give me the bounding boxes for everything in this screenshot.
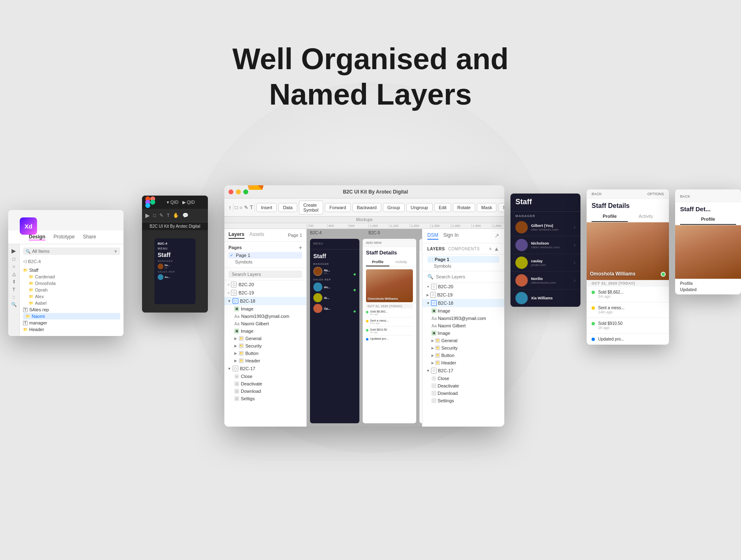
sketch-collapse-btn[interactable]: ▲ [494,245,499,252]
sketch-tool-round[interactable]: ○ [240,205,242,210]
sketch-right-close[interactable]: Close [422,375,504,382]
sketch-right-button[interactable]: ▶ 📁 Button [422,352,504,359]
sketch-right-general[interactable]: ▶ 📁 General [422,337,504,344]
figma-tool-hand[interactable]: ✋ [173,212,179,218]
sketch-btn-backward[interactable]: Backward [352,203,381,212]
xd-layer-alex[interactable]: 📁 Alex [23,293,120,300]
sketch-layers-tab-right[interactable]: LAYERS [427,247,445,251]
figma-tool-pen[interactable]: ✎ [159,212,163,218]
sketch-right-email[interactable]: Aa Naomi1993@ymail.com [422,315,504,322]
sketch-btn-insert[interactable]: Insert [256,203,277,212]
xd-layer-staff[interactable]: 📁 Staff [23,267,120,273]
figma-tool-frame[interactable]: □ [153,212,156,218]
sketch-layer-button[interactable]: ▶ 📁 Button [224,350,306,357]
sketch-add-btn[interactable]: + [489,245,492,252]
sketch-layer-b2c20[interactable]: # ⬡ B2C-20 [224,280,306,289]
sketch-tab-assets[interactable]: Assets [249,231,264,239]
sketch-right-header-item[interactable]: ▶ 📁 Header [422,359,504,366]
sketch-layer-download[interactable]: □ Download [224,387,306,395]
sketch-right-b2c20[interactable]: ▼ ⬡ B2C-20 [422,282,504,291]
b2c-detail2-back[interactable]: BACK [680,194,690,198]
sketch-tool-text[interactable]: T [250,205,253,210]
b2c-tab-profile[interactable]: Profile [592,211,628,222]
sketch-symbols-label[interactable]: Symbols [228,259,302,265]
sketch-layer-b2c19[interactable]: # ⬡ B2C-19 [224,289,306,297]
sketch-right-settings[interactable]: Settings [422,397,504,404]
sketch-right-download[interactable]: Download [422,390,504,397]
sketch-layer-security[interactable]: ▶ 📁 Security [224,342,306,350]
xd-tool-search[interactable]: 🔍 [11,302,17,307]
xd-tab-share[interactable]: Share [83,234,96,240]
xd-tool-pen[interactable]: ✎ [11,279,17,285]
sketch-btn-group[interactable]: Group [383,203,405,212]
sketch-right-security[interactable]: ▶ 📁 Security [422,344,504,352]
sketch-layer-settings[interactable]: □ Settigs [224,395,306,402]
b2c-staff-naomi[interactable]: Gilbert (You) uber ventures.com › [510,219,580,236]
sketch-btn-edit[interactable]: Edit [434,203,451,212]
b2c-detail2-profile-tab[interactable]: Profile [680,214,736,225]
xd-layer-header[interactable]: 📁 Header [23,326,120,333]
sketch-layer-general[interactable]: ▶ 📁 General [224,335,306,342]
sketch-layer-deactivate[interactable]: □ Deactivate [224,380,306,387]
xd-tab-design[interactable]: Design [29,234,45,240]
sketch-tool-pen[interactable]: ✎ [244,205,248,210]
xd-tool-text[interactable]: T [12,287,15,292]
b2c-staff-xia[interactable]: Xia Williams [510,289,580,307]
sketch-dsm-expand[interactable]: ↗ [494,232,499,240]
sketch-btn-scale[interactable]: Scale [498,203,504,212]
sketch-add-page-btn[interactable]: + [299,244,302,251]
sketch-right-b2c18[interactable]: ▼ ⬡ B2C-18 [422,299,504,307]
xd-tool-rect[interactable]: □ [12,257,15,261]
xd-layer-omoshola[interactable]: 📁 Omoshola [23,280,120,287]
sketch-right-symbols[interactable]: Symbols [427,263,499,269]
sketch-minimize-dot[interactable] [236,189,241,194]
sketch-dsm-tab[interactable]: DSM [427,232,438,240]
sketch-tab-profile[interactable]: Profile [366,258,389,266]
sketch-layer-image2[interactable]: ▣ Image [224,327,306,335]
sketch-right-page1[interactable]: 📄 Page 1 [427,256,499,263]
figma-tool-move[interactable]: ▶ [145,212,150,219]
xd-layer-cardenad[interactable]: 📁 Cardenad [23,273,120,280]
sketch-right-b2c19[interactable]: ▶ ⬡ B2C-19 [422,291,504,299]
xd-layer-salesrep[interactable]: T SAles rep [23,306,120,313]
b2c-staff-caulay[interactable]: caulay ymail.com › [510,254,580,272]
sketch-tab-activity[interactable]: Activity [389,258,413,266]
xd-tab-prototype[interactable]: Prototype [54,234,75,240]
figma-tool-text[interactable]: T [167,213,170,218]
sketch-right-deactivate[interactable]: Deactivate [422,382,504,390]
xd-layer-naomi[interactable]: 📁 Naomi [23,313,120,320]
xd-tool-triangle[interactable]: △ [12,271,16,277]
sketch-right-image1[interactable]: ▣ Image [422,307,504,315]
sketch-search-input[interactable] [228,271,302,278]
sketch-right-b2c17[interactable]: ▼ ⬡ B2C-17 [422,366,504,375]
sketch-layer-b2c17[interactable]: ▼ ⬡ B2C-17 [224,364,306,373]
sketch-signin-tab[interactable]: Sign In [443,232,459,240]
xd-tool-grid[interactable]: :: [12,294,15,299]
sketch-btn-mask[interactable]: Mask [477,203,496,212]
figma-tool-comment[interactable]: 💬 [182,212,189,218]
xd-layer-oprah[interactable]: 📁 Oprah [23,287,120,293]
sketch-close-dot[interactable] [228,189,233,194]
sketch-layer-image1[interactable]: ▣ Image [224,305,306,313]
sketch-layer-header-item[interactable]: ▶ 📁 Header [224,357,306,364]
b2c-detail-back[interactable]: BACK [592,192,602,196]
sketch-btn-create-symbol[interactable]: Create Symbol [299,201,324,215]
sketch-right-naomigilbert[interactable]: Aa Naomi Gilbert [422,322,504,329]
sketch-layer-email[interactable]: Aa Naomi1993@ymail.com [224,313,306,320]
sketch-tab-layers[interactable]: Layers [228,231,245,239]
b2c-staff-norilio[interactable]: Norilio rilibventures.com › [510,272,580,289]
xd-tool-arrow[interactable]: ▶ [12,247,16,254]
sketch-right-search-input[interactable] [436,274,499,279]
xd-layer-aabel[interactable]: 📁 Aabel [23,300,120,306]
xd-search-dropdown[interactable]: ▼ [114,249,118,254]
sketch-page-1[interactable]: ✓ Page 1 [228,252,302,259]
xd-layer-manager[interactable]: T manager [23,320,120,326]
sketch-btn-ungroup[interactable]: Ungroup [406,203,433,212]
sketch-layer-naomigilbert[interactable]: Aa Naomi Gilbert [224,320,306,327]
sketch-btn-data[interactable]: Data [278,203,297,212]
sketch-layer-b2c18[interactable]: ▼ ⬡ B2C-18 [224,297,306,305]
sketch-btn-forward[interactable]: Forward [325,203,350,212]
sketch-layer-close[interactable]: ○ Close [224,373,306,380]
xd-tool-circle[interactable]: ○ [12,264,15,269]
sketch-components-tab-right[interactable]: COMPONENTS [448,247,480,251]
